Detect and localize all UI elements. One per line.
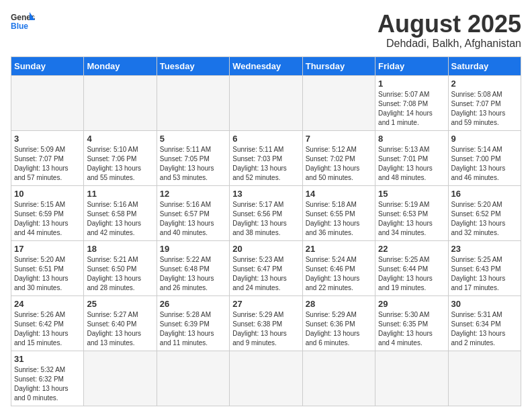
day-info: Sunrise: 5:15 AMSunset: 6:59 PMDaylight:… xyxy=(14,200,81,238)
calendar-cell: 14Sunrise: 5:18 AMSunset: 6:55 PMDayligh… xyxy=(302,185,375,240)
day-info: Sunrise: 5:16 AMSunset: 6:58 PMDaylight:… xyxy=(87,200,153,238)
day-number: 18 xyxy=(87,244,153,254)
day-number: 31 xyxy=(14,354,81,364)
day-info: Sunrise: 5:11 AMSunset: 7:03 PMDaylight:… xyxy=(232,145,299,183)
day-info: Sunrise: 5:29 AMSunset: 6:38 PMDaylight:… xyxy=(232,310,299,348)
calendar-cell: 21Sunrise: 5:24 AMSunset: 6:46 PMDayligh… xyxy=(302,240,375,295)
calendar-week-2: 10Sunrise: 5:15 AMSunset: 6:59 PMDayligh… xyxy=(11,185,521,240)
calendar-cell xyxy=(157,351,229,406)
day-number: 23 xyxy=(451,244,518,254)
day-number: 9 xyxy=(451,134,518,144)
calendar-cell xyxy=(157,75,229,130)
day-number: 29 xyxy=(378,299,445,309)
day-info: Sunrise: 5:24 AMSunset: 6:46 PMDaylight:… xyxy=(306,255,372,293)
calendar-cell: 17Sunrise: 5:20 AMSunset: 6:51 PMDayligh… xyxy=(11,240,84,295)
calendar-cell: 15Sunrise: 5:19 AMSunset: 6:53 PMDayligh… xyxy=(375,185,448,240)
day-info: Sunrise: 5:13 AMSunset: 7:01 PMDaylight:… xyxy=(378,145,445,183)
calendar-cell: 5Sunrise: 5:11 AMSunset: 7:05 PMDaylight… xyxy=(157,130,229,185)
calendar-cell: 27Sunrise: 5:29 AMSunset: 6:38 PMDayligh… xyxy=(230,295,302,351)
calendar-cell xyxy=(230,351,302,406)
day-info: Sunrise: 5:18 AMSunset: 6:55 PMDaylight:… xyxy=(306,200,372,238)
day-number: 17 xyxy=(14,244,81,254)
calendar-cell: 26Sunrise: 5:28 AMSunset: 6:39 PMDayligh… xyxy=(157,295,229,351)
day-info: Sunrise: 5:17 AMSunset: 6:56 PMDaylight:… xyxy=(232,200,299,238)
day-number: 27 xyxy=(232,299,299,309)
calendar-cell: 9Sunrise: 5:14 AMSunset: 7:00 PMDaylight… xyxy=(448,130,521,185)
day-info: Sunrise: 5:26 AMSunset: 6:42 PMDaylight:… xyxy=(14,310,81,348)
calendar-cell: 24Sunrise: 5:26 AMSunset: 6:42 PMDayligh… xyxy=(11,295,84,351)
day-info: Sunrise: 5:25 AMSunset: 6:44 PMDaylight:… xyxy=(378,255,445,293)
calendar-cell: 1Sunrise: 5:07 AMSunset: 7:08 PMDaylight… xyxy=(375,75,448,130)
day-info: Sunrise: 5:22 AMSunset: 6:48 PMDaylight:… xyxy=(160,255,226,293)
weekday-header-thursday: Thursday xyxy=(302,56,375,75)
calendar-cell: 12Sunrise: 5:16 AMSunset: 6:57 PMDayligh… xyxy=(157,185,229,240)
calendar-cell: 29Sunrise: 5:30 AMSunset: 6:35 PMDayligh… xyxy=(375,295,448,351)
calendar-week-1: 3Sunrise: 5:09 AMSunset: 7:07 PMDaylight… xyxy=(11,130,521,185)
day-info: Sunrise: 5:14 AMSunset: 7:00 PMDaylight:… xyxy=(451,145,518,183)
calendar-cell: 3Sunrise: 5:09 AMSunset: 7:07 PMDaylight… xyxy=(11,130,84,185)
calendar-cell: 16Sunrise: 5:20 AMSunset: 6:52 PMDayligh… xyxy=(448,185,521,240)
day-number: 10 xyxy=(14,189,81,199)
day-number: 20 xyxy=(232,244,299,254)
day-number: 6 xyxy=(232,134,299,144)
title-block: August 2025 Dehdadi, Balkh, Afghanistan xyxy=(378,11,521,50)
calendar-cell: 31Sunrise: 5:32 AMSunset: 6:32 PMDayligh… xyxy=(11,351,84,406)
day-number: 11 xyxy=(87,189,153,199)
day-number: 2 xyxy=(451,79,518,89)
day-info: Sunrise: 5:21 AMSunset: 6:50 PMDaylight:… xyxy=(87,255,153,293)
day-number: 15 xyxy=(378,189,445,199)
calendar-cell: 23Sunrise: 5:25 AMSunset: 6:43 PMDayligh… xyxy=(448,240,521,295)
calendar-subtitle: Dehdadi, Balkh, Afghanistan xyxy=(378,38,521,50)
day-info: Sunrise: 5:28 AMSunset: 6:39 PMDaylight:… xyxy=(160,310,226,348)
weekday-header-monday: Monday xyxy=(84,56,157,75)
logo-icon: General Blue xyxy=(11,11,35,31)
day-number: 22 xyxy=(378,244,445,254)
calendar-cell: 22Sunrise: 5:25 AMSunset: 6:44 PMDayligh… xyxy=(375,240,448,295)
calendar-cell xyxy=(84,351,157,406)
day-number: 21 xyxy=(306,244,372,254)
day-info: Sunrise: 5:20 AMSunset: 6:52 PMDaylight:… xyxy=(451,200,518,238)
day-info: Sunrise: 5:30 AMSunset: 6:35 PMDaylight:… xyxy=(378,310,445,348)
calendar-cell: 4Sunrise: 5:10 AMSunset: 7:06 PMDaylight… xyxy=(84,130,157,185)
calendar-cell: 7Sunrise: 5:12 AMSunset: 7:02 PMDaylight… xyxy=(302,130,375,185)
header: General Blue August 2025 Dehdadi, Balkh,… xyxy=(11,11,521,50)
day-number: 8 xyxy=(378,134,445,144)
calendar-week-5: 31Sunrise: 5:32 AMSunset: 6:32 PMDayligh… xyxy=(11,351,521,406)
day-info: Sunrise: 5:32 AMSunset: 6:32 PMDaylight:… xyxy=(14,365,81,403)
weekday-header-sunday: Sunday xyxy=(11,56,84,75)
svg-text:Blue: Blue xyxy=(11,21,28,31)
day-info: Sunrise: 5:08 AMSunset: 7:07 PMDaylight:… xyxy=(451,90,518,128)
day-info: Sunrise: 5:27 AMSunset: 6:40 PMDaylight:… xyxy=(87,310,153,348)
day-number: 28 xyxy=(306,299,372,309)
calendar-cell: 6Sunrise: 5:11 AMSunset: 7:03 PMDaylight… xyxy=(230,130,302,185)
calendar-cell: 28Sunrise: 5:29 AMSunset: 6:36 PMDayligh… xyxy=(302,295,375,351)
day-number: 5 xyxy=(160,134,226,144)
calendar-cell xyxy=(84,75,157,130)
calendar-week-3: 17Sunrise: 5:20 AMSunset: 6:51 PMDayligh… xyxy=(11,240,521,295)
day-info: Sunrise: 5:25 AMSunset: 6:43 PMDaylight:… xyxy=(451,255,518,293)
calendar-cell xyxy=(302,75,375,130)
day-number: 30 xyxy=(451,299,518,309)
day-info: Sunrise: 5:23 AMSunset: 6:47 PMDaylight:… xyxy=(232,255,299,293)
weekday-header-row: SundayMondayTuesdayWednesdayThursdayFrid… xyxy=(11,56,521,75)
weekday-header-wednesday: Wednesday xyxy=(230,56,302,75)
day-info: Sunrise: 5:07 AMSunset: 7:08 PMDaylight:… xyxy=(378,90,445,128)
calendar-cell xyxy=(230,75,302,130)
weekday-header-tuesday: Tuesday xyxy=(157,56,229,75)
day-number: 13 xyxy=(232,189,299,199)
day-number: 19 xyxy=(160,244,226,254)
day-info: Sunrise: 5:16 AMSunset: 6:57 PMDaylight:… xyxy=(160,200,226,238)
day-number: 3 xyxy=(14,134,81,144)
day-number: 26 xyxy=(160,299,226,309)
weekday-header-friday: Friday xyxy=(375,56,448,75)
day-info: Sunrise: 5:29 AMSunset: 6:36 PMDaylight:… xyxy=(306,310,372,348)
weekday-header-saturday: Saturday xyxy=(448,56,521,75)
page: General Blue August 2025 Dehdadi, Balkh,… xyxy=(0,0,532,411)
calendar-cell xyxy=(375,351,448,406)
calendar-cell: 8Sunrise: 5:13 AMSunset: 7:01 PMDaylight… xyxy=(375,130,448,185)
day-number: 24 xyxy=(14,299,81,309)
calendar-week-0: 1Sunrise: 5:07 AMSunset: 7:08 PMDaylight… xyxy=(11,75,521,130)
calendar-cell: 25Sunrise: 5:27 AMSunset: 6:40 PMDayligh… xyxy=(84,295,157,351)
calendar-table: SundayMondayTuesdayWednesdayThursdayFrid… xyxy=(11,56,521,406)
calendar-cell xyxy=(448,351,521,406)
